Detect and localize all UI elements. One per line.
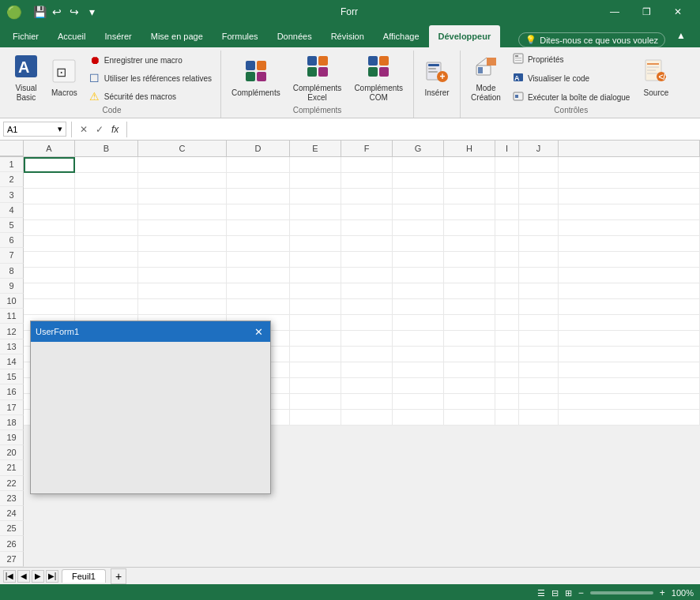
view-normal-icon[interactable]: ☰ [537, 588, 545, 598]
close-button[interactable]: ✕ [662, 0, 694, 24]
col-header-F[interactable]: F [341, 141, 393, 156]
col-header-C[interactable]: C [138, 141, 227, 156]
view-page-break-icon[interactable]: ⊟ [551, 588, 559, 598]
formula-input[interactable] [132, 123, 697, 136]
row-9[interactable]: 9 [0, 279, 24, 294]
row-17[interactable]: 17 [0, 400, 24, 415]
row-5[interactable]: 5 [0, 218, 24, 233]
row-22[interactable]: 22 [0, 476, 24, 491]
visual-basic-button[interactable]: A VisualBasic [8, 52, 44, 104]
mode-creation-button[interactable]: ModeCréation [465, 52, 506, 104]
zoom-slider[interactable] [590, 591, 653, 594]
row-7[interactable]: 7 [0, 248, 24, 263]
row-19[interactable]: 19 [0, 430, 24, 445]
cell-G1[interactable] [393, 157, 444, 173]
tab-affichage[interactable]: Affichage [374, 25, 429, 47]
sheet-nav-next[interactable]: ▶ [32, 570, 44, 583]
sheet-nav-last[interactable]: ▶| [46, 570, 58, 583]
source-button[interactable]: </> Source [635, 52, 676, 104]
view-page-layout-icon[interactable]: ⊞ [565, 588, 572, 598]
row-8[interactable]: 8 [0, 264, 24, 279]
row-6[interactable]: 6 [0, 233, 24, 248]
sheet-tab-feuil1[interactable]: Feuil1 [62, 569, 106, 583]
confirm-formula-button[interactable]: ✓ [92, 123, 107, 136]
tab-revision[interactable]: Révision [322, 25, 374, 47]
userform-close-button[interactable]: ✕ [251, 324, 265, 339]
cell-D1[interactable] [227, 157, 290, 173]
row-10[interactable]: 10 [0, 294, 24, 309]
cell-E1[interactable] [290, 157, 341, 173]
row-26[interactable]: 26 [0, 536, 24, 551]
save-button[interactable]: 💾 [32, 4, 47, 20]
proprietes-button[interactable]: Propriétés [508, 51, 634, 69]
cell-A1[interactable] [24, 157, 75, 173]
ribbon-collapse-button[interactable]: ▲ [665, 24, 697, 47]
cell-B2[interactable] [75, 173, 138, 189]
cell-I1[interactable] [495, 157, 519, 173]
row-20[interactable]: 20 [0, 445, 24, 460]
undo-button[interactable]: ↩ [49, 4, 65, 20]
cell-overflow-1[interactable] [559, 157, 700, 173]
col-header-A[interactable]: A [24, 141, 75, 156]
add-sheet-button[interactable]: + [111, 568, 126, 584]
tab-inserer[interactable]: Insérer [95, 25, 141, 47]
row-16[interactable]: 16 [0, 384, 24, 399]
tab-donnees[interactable]: Données [268, 25, 322, 47]
cancel-formula-button[interactable]: ✕ [77, 123, 91, 136]
cell-C2[interactable] [138, 173, 227, 189]
col-header-B[interactable]: B [75, 141, 138, 156]
row-14[interactable]: 14 [0, 354, 24, 369]
tab-fichier[interactable]: Fichier [3, 25, 48, 47]
row-18[interactable]: 18 [0, 415, 24, 430]
userform-body[interactable] [31, 342, 270, 493]
cell-A2[interactable] [24, 173, 75, 189]
cell-B1[interactable] [75, 157, 138, 173]
row-23[interactable]: 23 [0, 491, 24, 506]
col-header-J[interactable]: J [519, 141, 559, 156]
tab-accueil[interactable]: Accueil [48, 25, 95, 47]
complements-com-button[interactable]: ComplémentsCOM [348, 52, 408, 104]
tab-developpeur[interactable]: Développeur [429, 25, 501, 47]
row-13[interactable]: 13 [0, 339, 24, 354]
row-27[interactable]: 27 [0, 552, 24, 567]
cell-J1[interactable] [519, 157, 559, 173]
minimize-button[interactable]: — [599, 0, 630, 24]
enregistrer-macro-button[interactable]: ⏺ Enregistrer une macro [85, 51, 216, 69]
inserer-button[interactable]: + Insérer [419, 52, 455, 104]
row-12[interactable]: 12 [0, 324, 24, 339]
complements-button[interactable]: Compléments [226, 52, 286, 104]
visualiser-code-button[interactable]: A Visualiser le code [508, 69, 634, 88]
utiliser-references-button[interactable]: ☐ Utiliser les références relatives [85, 69, 216, 87]
zoom-out-icon[interactable]: − [578, 587, 584, 598]
securite-macros-button[interactable]: ⚠ Sécurité des macros [85, 88, 216, 105]
zoom-in-icon[interactable]: + [660, 587, 665, 598]
cell-H1[interactable] [444, 157, 495, 173]
cell-F1[interactable] [341, 157, 393, 173]
help-search-button[interactable]: 💡 Dites-nous ce que vous voulez [518, 32, 665, 47]
row-11[interactable]: 11 [0, 309, 24, 324]
customize-quick-access-button[interactable]: ▾ [84, 4, 100, 20]
row-24[interactable]: 24 [0, 506, 24, 521]
row-4[interactable]: 4 [0, 203, 24, 218]
row-15[interactable]: 15 [0, 369, 24, 384]
row-21[interactable]: 21 [0, 460, 24, 475]
tab-formules[interactable]: Formules [213, 25, 268, 47]
restore-button[interactable]: ❒ [630, 0, 662, 24]
col-header-overflow[interactable] [559, 141, 700, 156]
macros-button[interactable]: ⊡ Macros [46, 52, 83, 104]
insert-function-button[interactable]: fx [108, 123, 122, 136]
sheet-nav-first[interactable]: |◀ [3, 570, 16, 583]
col-header-I[interactable]: I [495, 141, 519, 156]
complements-excel-button[interactable]: ComplémentsExcel [288, 52, 348, 104]
cell-C1[interactable] [138, 157, 227, 173]
row-1[interactable]: 1 [0, 157, 24, 172]
redo-button[interactable]: ↪ [66, 4, 82, 20]
tab-mise-en-page[interactable]: Mise en page [141, 25, 213, 47]
row-2[interactable]: 2 [0, 172, 24, 187]
col-header-D[interactable]: D [227, 141, 290, 156]
userform-dialog[interactable]: UserForm1 ✕ [30, 321, 271, 494]
col-header-H[interactable]: H [444, 141, 495, 156]
row-25[interactable]: 25 [0, 521, 24, 536]
name-box[interactable]: A1 ▾ [3, 122, 66, 137]
sheet-nav-prev[interactable]: ◀ [17, 570, 30, 583]
